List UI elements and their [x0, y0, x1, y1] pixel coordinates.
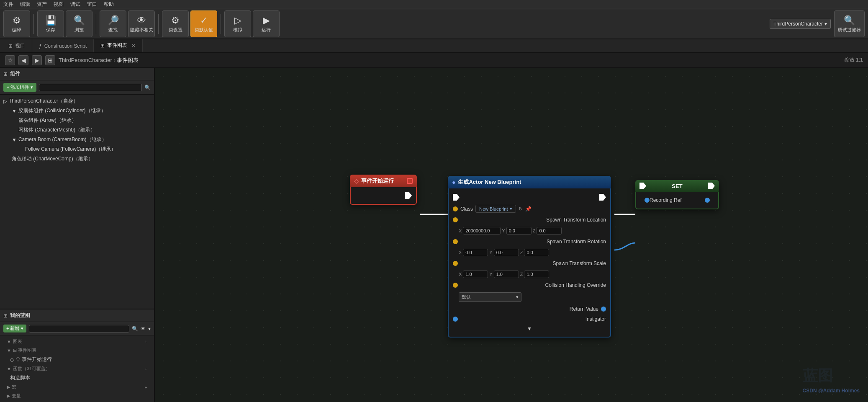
spawn-location-values: X Y Z: [449, 225, 610, 237]
event-icon: ◇: [354, 178, 359, 184]
component-search-input[interactable]: [39, 84, 142, 91]
tab-construction[interactable]: ƒ Construction Script: [32, 39, 94, 52]
set-node-header: SET: [635, 180, 719, 192]
spawn-actor-node[interactable]: ● 生成Actor New Blueprint Class New Bluepr…: [448, 176, 611, 338]
class-defaults-icon: ✓: [200, 15, 208, 26]
hide-icon: 👁: [137, 15, 146, 26]
search-icon-2[interactable]: 🔍: [132, 326, 138, 332]
filter-icon[interactable]: ▾: [148, 326, 151, 332]
forward-button[interactable]: ▶: [32, 55, 42, 65]
browse-button[interactable]: 🔍 浏览: [66, 10, 92, 37]
viewport-icon: ⊞: [8, 43, 13, 49]
menu-bar: 文件 编辑 资产 视图 调试 窗口 帮助: [0, 0, 868, 9]
collision-dropdown-arrow: ▾: [516, 294, 519, 300]
back-button[interactable]: ◀: [18, 55, 28, 65]
add-component-button[interactable]: + 添加组件 ▾: [3, 83, 36, 92]
location-y-input[interactable]: [506, 227, 532, 234]
eye-icon[interactable]: 👁: [141, 326, 146, 332]
location-x-input[interactable]: [463, 227, 501, 234]
location-z-input[interactable]: [537, 227, 562, 234]
tree-item-mesh[interactable]: 网格体 (CharacterMesh0)（继承）: [0, 125, 154, 135]
menu-window[interactable]: 窗口: [87, 1, 97, 8]
event-graph-expand-icon: ▼: [7, 348, 11, 353]
event-begin-icon: ◇: [10, 357, 14, 363]
add-function-button[interactable]: +: [145, 366, 147, 371]
tree-item-charmove[interactable]: 角色移动 (CharMoveComp)（继承）: [0, 154, 154, 164]
debug-filter-icon: 🔍: [844, 15, 855, 26]
set-node-title: SET: [646, 183, 708, 189]
event-exec-out-pin: [405, 192, 412, 199]
run-icon: ▶: [263, 15, 270, 26]
tree-expand-icon: ▷: [3, 98, 7, 104]
spawn-rotation-values: X Y Z: [449, 247, 610, 258]
event-begin-item[interactable]: ◇ ◇ 事件开始运行: [3, 355, 151, 364]
spawn-node-body: Class New Blueprint ▾ ↻ 📌 Spawn Transfor…: [448, 188, 611, 338]
menu-file[interactable]: 文件: [3, 1, 13, 8]
spawn-scale-values: X Y Z: [449, 268, 610, 280]
compile-button[interactable]: ⚙ 编译: [3, 10, 30, 37]
hide-button[interactable]: 👁 隐藏不相关: [128, 10, 155, 37]
tab-event-graph[interactable]: ⊞ 事件图表 ✕: [94, 39, 143, 52]
class-defaults-button[interactable]: ✓ 类默认值: [190, 10, 217, 37]
tab-viewport[interactable]: ⊞ 视口: [2, 39, 32, 52]
construction-icon: ƒ: [39, 43, 42, 49]
simulate-button[interactable]: ▷ 模拟: [224, 10, 251, 37]
scale-x-input[interactable]: [463, 271, 488, 278]
run-button[interactable]: ▶ 运行: [253, 10, 280, 37]
class-settings-button[interactable]: ⚙ 类设置: [162, 10, 189, 37]
canvas[interactable]: ◇ 事件开始运行 ● 生成Actor New Blueprint: [155, 68, 868, 402]
debug-filter-button[interactable]: 🔍 调试过滤器: [834, 10, 865, 37]
tree-item-capsule[interactable]: ▼ 胶囊体组件 (CollisionCylinder)（继承）: [0, 106, 154, 116]
scale-z-input[interactable]: [524, 271, 549, 278]
tree-item-root[interactable]: ▷ ThirdPersonCharacter（自身）: [0, 96, 154, 106]
location-xyz: X Y Z: [459, 227, 562, 234]
class-reset-icon[interactable]: ↻: [519, 206, 523, 212]
tree-item-followcam[interactable]: Follow Camera (FollowCamera)（继承）: [0, 144, 154, 154]
functions-divider: ▼ 函数（31可覆盖） +: [3, 364, 151, 373]
event-graph-icon: ⊞: [100, 43, 105, 49]
save-button[interactable]: 💾 保存: [37, 10, 64, 37]
return-pin-dot: [601, 307, 606, 312]
character-dropdown[interactable]: ThirdPersonCharacter ▾: [770, 19, 831, 29]
spawn-icon: ●: [452, 179, 455, 186]
toolbar-separator-4: [221, 14, 221, 34]
close-tab-icon[interactable]: ✕: [131, 43, 136, 49]
menu-asset[interactable]: 资产: [37, 1, 47, 8]
rotation-xyz: X Y Z: [459, 249, 549, 256]
scale-y-input[interactable]: [494, 271, 519, 278]
class-settings-icon: ⚙: [171, 15, 180, 26]
home-button[interactable]: ⊞: [45, 55, 55, 65]
event-indicator: [407, 178, 413, 184]
menu-edit[interactable]: 编辑: [20, 1, 30, 8]
class-pin-icon[interactable]: 📌: [525, 206, 532, 212]
search-icon[interactable]: 🔍: [144, 85, 151, 90]
menu-view[interactable]: 视图: [54, 1, 64, 8]
spawn-location-row: Spawn Transform Location: [449, 215, 610, 225]
rotation-y-input[interactable]: [494, 249, 519, 256]
tab-bar: ⊞ 视口 ƒ Construction Script ⊞ 事件图表 ✕: [0, 39, 868, 53]
set-node[interactable]: SET Recording Ref: [635, 180, 719, 209]
breadcrumb: ThirdPersonCharacter › 事件图表: [59, 57, 139, 64]
set-out-pin-dot: [705, 198, 710, 203]
add-macro-button[interactable]: +: [145, 385, 147, 390]
collision-dropdown[interactable]: 默认 ▾: [459, 292, 521, 302]
spawn-collision-value: 默认 ▾: [449, 290, 610, 304]
macros-divider: ▶ 宏 +: [3, 383, 151, 392]
tree-item-arrow[interactable]: 箭头组件 (Arrow)（继承）: [0, 116, 154, 125]
bookmark-button[interactable]: ☆: [5, 55, 15, 65]
expand-button[interactable]: ▼: [449, 324, 610, 333]
rotation-z-input[interactable]: [524, 249, 549, 256]
find-button[interactable]: 🔎 查找: [100, 10, 126, 37]
event-node[interactable]: ◇ 事件开始运行: [350, 175, 417, 205]
blueprint-search-input[interactable]: [29, 325, 129, 332]
construct-script-item[interactable]: 构造脚本: [3, 373, 151, 383]
new-button[interactable]: + 新增 ▾: [3, 325, 26, 332]
tree-item-cameraboom[interactable]: ▼ Camera Boom (CameraBoom)（继承）: [0, 135, 154, 144]
component-tree: ▷ ThirdPersonCharacter（自身） ▼ 胶囊体组件 (Coll…: [0, 95, 154, 309]
spawn-rotation-row: Spawn Transform Rotation: [449, 237, 610, 247]
rotation-x-input[interactable]: [463, 249, 488, 256]
menu-debug[interactable]: 调试: [70, 1, 80, 8]
menu-help[interactable]: 帮助: [104, 1, 114, 8]
class-value[interactable]: New Blueprint ▾: [475, 205, 516, 213]
add-graph-button[interactable]: +: [145, 339, 147, 344]
